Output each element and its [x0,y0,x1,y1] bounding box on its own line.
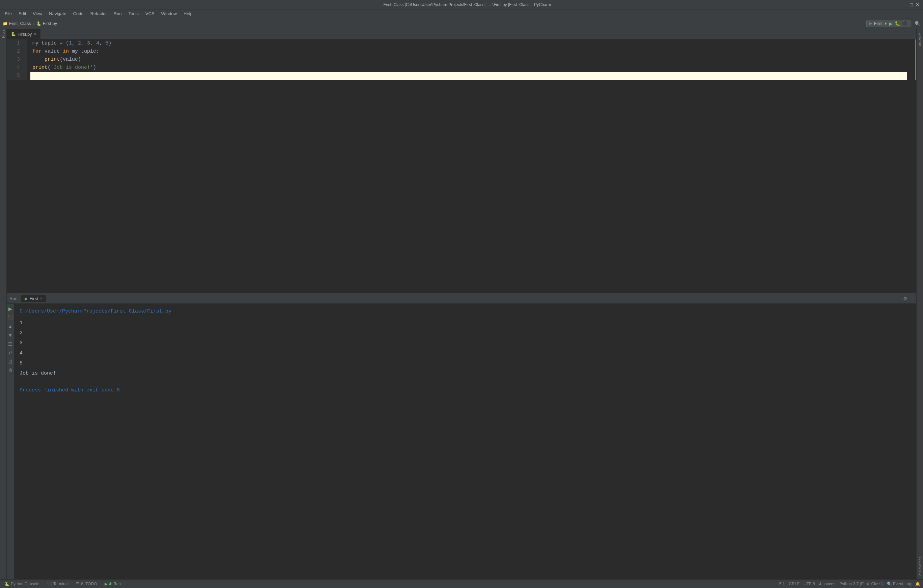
run-filter-icon[interactable]: ☰ [7,340,13,347]
run-config-label: First [874,21,882,26]
stop-run-icon[interactable]: ⬛ [7,314,14,321]
close-button[interactable]: ✕ [916,2,920,7]
run-panel-minimize-icon[interactable]: ─ [910,296,913,301]
run-tab[interactable]: ▶ First ✕ [21,295,46,302]
scroll-up-icon[interactable]: ▲ [7,323,14,330]
minimize-button[interactable]: ─ [904,2,908,7]
menu-help[interactable]: Help [181,10,195,17]
breadcrumb-project[interactable]: 📁 First_Class [3,21,31,26]
bottom-bar-right: 5:1 CRLF UTF-8 4 spaces Python 3.7 (Firs… [779,581,920,586]
run-config-box[interactable]: ▶ First ▾ ▶ 🐛 ⬛ [866,20,910,27]
run-path: C:/Users/User/PycharmProjects/First_Clas… [20,306,911,316]
line-num-1: 1 [7,39,23,47]
indent-settings[interactable]: 4 spaces [819,581,835,586]
menu-navigate[interactable]: Navigate [46,10,69,17]
run-output[interactable]: C:/Users/User/PycharmProjects/First_Clas… [14,304,916,579]
run-left-tools: ▶ ⬛ ▲ ▼ ☰ ↵ 🖨 🗑 [7,304,14,579]
line-num-4: 4 [7,64,23,72]
structure-sidebar-label[interactable]: Structure [916,29,923,51]
run-out-4: 4 [20,348,911,359]
file-encoding[interactable]: UTF-8 [803,581,815,586]
line-separator[interactable]: CRLF [789,581,800,586]
run-process-line: Process finished with exit code 0 [20,385,911,395]
run-tab-icon: ▶ [25,296,28,301]
code-line-3: print(value) [30,56,907,64]
python-console-tool[interactable]: 🐍 Python Console [3,581,41,586]
rerun-icon[interactable]: ▶ [7,305,13,313]
run-tab-label: First [30,296,38,301]
clear-icon[interactable]: 🗑 [7,367,14,374]
code-lines: 1 2 3 4 5 my_tuple = (1, 2, 3, 4, 5) for… [7,39,916,80]
python-console-label: Python Console [11,581,39,586]
window-title: First_Class [C:\Users\User\PycharmProjec… [30,2,904,7]
terminal-tool[interactable]: ⬛ Terminal [45,581,70,586]
menu-window[interactable]: Window [159,10,179,17]
right-gutter [910,39,916,80]
run-tool[interactable]: ▶ 4: Run [103,581,122,586]
main-layout: Project 🐍 First.py ✕ 1 2 3 [0,29,923,579]
python-interpreter[interactable]: Python 3.7 (First_Class) [839,581,883,586]
line-num-5: 5 [7,72,23,80]
maximize-button[interactable]: □ [910,2,913,7]
todo-label: 6: TODO [81,581,97,586]
terminal-icon: ⬛ [47,581,52,586]
code-line-1: my_tuple = (1, 2, 3, 4, 5) [30,39,907,47]
line-num-2: 2 [7,47,23,56]
run-panel-settings-icon[interactable]: ⚙ [903,296,908,301]
run-config-dropdown-icon[interactable]: ▾ [885,21,887,26]
run-panel-body: ▶ ⬛ ▲ ▼ ☰ ↵ 🖨 🗑 C:/Users/User/PycharmPro… [7,304,916,579]
tab-bar: 🐍 First.py ✕ [7,29,916,39]
event-log[interactable]: 🔍 Event Log [887,581,911,586]
menu-vcs[interactable]: VCS [143,10,157,17]
breadcrumb-file-label: First.py [43,21,57,26]
run-out-3: 3 [20,338,911,348]
title-bar: First_Class [C:\Users\User\PycharmProjec… [0,0,923,10]
menu-tools[interactable]: Tools [126,10,141,17]
tab-label: First.py [18,32,32,37]
run-panel: Run: ▶ First ✕ ⚙ ─ ▶ ⬛ ▲ ▼ ☰ ↵ [7,293,916,579]
run-out-1: 1 [20,318,911,328]
stop-button[interactable]: ⬛ [902,21,908,26]
editor-tab-first-py[interactable]: 🐍 First.py ✕ [7,29,41,39]
line-num-3: 3 [7,56,23,64]
code-line-5 [30,72,907,80]
soft-wrap-icon[interactable]: ↵ [7,349,13,356]
run-label: Run: [10,296,18,301]
notifications-icon: 🔔 [915,581,920,586]
menu-bar: File Edit View Navigate Code Refactor Ru… [0,10,923,18]
code-content[interactable]: my_tuple = (1, 2, 3, 4, 5) for value in … [27,39,910,80]
bottom-bar: 🐍 Python Console ⬛ Terminal ☰ 6: TODO ▶ … [0,579,923,588]
menu-run[interactable]: Run [111,10,125,17]
right-sidebar: Structure 2: Favorites [916,29,923,579]
run-tool-icon: ▶ [105,581,108,586]
menu-refactor[interactable]: Refactor [88,10,110,17]
python-console-icon: 🐍 [4,581,10,586]
terminal-label: Terminal [53,581,69,586]
todo-tool[interactable]: ☰ 6: TODO [74,581,99,586]
run-button[interactable]: ▶ [889,21,893,26]
run-job-done: Job is done! [20,369,911,378]
print-icon[interactable]: 🖨 [7,358,14,365]
todo-icon: ☰ [76,581,80,586]
breadcrumb-file[interactable]: 🐍 First.py [36,21,57,26]
favorites-sidebar-label[interactable]: 2: Favorites [916,553,923,579]
scroll-down-icon[interactable]: ▼ [7,331,14,339]
run-out-5: 5 [20,359,911,369]
debug-button[interactable]: 🐛 [895,21,900,26]
window-controls[interactable]: ─ □ ✕ [904,2,920,7]
run-tool-label: 4: Run [109,581,121,586]
project-sidebar: Project [0,29,7,579]
menu-edit[interactable]: Edit [16,10,29,17]
code-editor[interactable]: 1 2 3 4 5 my_tuple = (1, 2, 3, 4, 5) for… [7,39,916,293]
python-file-icon: 🐍 [11,32,16,36]
tab-close-icon[interactable]: ✕ [34,32,36,36]
menu-code[interactable]: Code [71,10,86,17]
menu-view[interactable]: View [30,10,45,17]
run-tab-close-icon[interactable]: ✕ [40,297,43,300]
project-sidebar-label[interactable]: Project [0,29,7,36]
breadcrumb-project-label: First_Class [9,21,31,26]
search-everywhere-icon[interactable]: 🔍 [915,21,920,26]
cursor-position[interactable]: 5:1 [779,581,785,586]
menu-file[interactable]: File [2,10,15,17]
vcs-change-marker [915,39,916,80]
